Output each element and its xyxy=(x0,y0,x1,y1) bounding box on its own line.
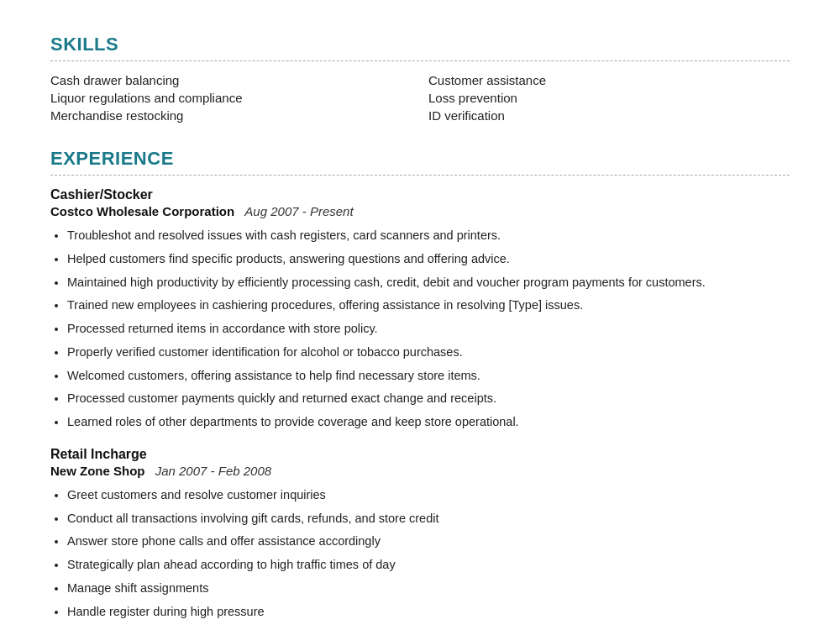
bullet-list-retail: Greet customers and resolve customer inq… xyxy=(67,486,790,622)
list-item: Strategically plan ahead according to hi… xyxy=(67,556,790,575)
skills-grid: Cash drawer balancing Customer assistanc… xyxy=(50,73,790,123)
skills-divider xyxy=(50,60,790,61)
job-title-cashier: Cashier/Stocker xyxy=(50,187,790,202)
job-cashier-stocker: Cashier/Stocker Costco Wholesale Corpora… xyxy=(50,187,790,432)
list-item: Troubleshot and resolved issues with cas… xyxy=(67,227,790,245)
list-item: Processed customer payments quickly and … xyxy=(67,390,790,408)
bullet-list-cashier: Troubleshot and resolved issues with cas… xyxy=(67,227,790,432)
list-item: Conduct all transactions involving gift … xyxy=(67,510,790,528)
list-item: Maintained high productivity by efficien… xyxy=(67,274,790,292)
skill-id-verification: ID verification xyxy=(428,107,505,124)
list-item: Helped customers find specific products,… xyxy=(67,250,790,269)
list-item: Handle register during high pressure xyxy=(67,603,790,622)
experience-section-header: EXPERIENCE xyxy=(50,148,790,176)
list-item: Properly verified customer identificatio… xyxy=(67,344,790,362)
skills-section-header: SKILLS xyxy=(50,34,790,61)
skill-item: Customer assistance xyxy=(428,73,790,87)
skill-customer-assistance: Customer assistance xyxy=(428,71,546,89)
list-item: Greet customers and resolve customer inq… xyxy=(67,486,790,505)
job-retail-incharge: Retail Incharge New Zone Shop Jan 2007 -… xyxy=(50,447,790,622)
job-title-retail: Retail Incharge xyxy=(50,447,790,462)
skill-item: Cash drawer balancing xyxy=(50,73,412,87)
list-item: Manage shift assignments xyxy=(67,580,790,598)
company-name-new-zone: New Zone Shop xyxy=(50,464,145,478)
skill-item: ID verification xyxy=(428,108,790,123)
experience-section: EXPERIENCE Cashier/Stocker Costco Wholes… xyxy=(50,148,790,621)
list-item: Answer store phone calls and offer assis… xyxy=(67,533,790,551)
resume-page: SKILLS Cash drawer balancing Customer as… xyxy=(0,0,840,630)
experience-title: EXPERIENCE xyxy=(50,148,790,170)
skill-item: Loss prevention xyxy=(428,91,790,105)
skill-item: Liquor regulations and compliance xyxy=(50,91,412,105)
skill-item: Merchandise restocking xyxy=(50,108,412,123)
experience-divider xyxy=(50,175,790,176)
list-item: Welcomed customers, offering assistance … xyxy=(67,367,790,386)
company-date-new-zone: Jan 2007 - Feb 2008 xyxy=(155,464,271,478)
company-name-costco: Costco Wholesale Corporation xyxy=(50,204,234,218)
skill-merchandise: Merchandise restocking xyxy=(50,107,183,124)
skill-cash-drawer: Cash drawer balancing xyxy=(50,71,179,89)
list-item: Trained new employees in cashiering proc… xyxy=(67,297,790,315)
company-line-costco: Costco Wholesale Corporation Aug 2007 - … xyxy=(50,204,790,218)
list-item: Learned roles of other departments to pr… xyxy=(67,413,790,432)
company-date-costco: Aug 2007 - Present xyxy=(244,204,353,218)
list-item: Processed returned items in accordance w… xyxy=(67,320,790,339)
skill-loss-prevention: Loss prevention xyxy=(428,89,517,107)
company-line-new-zone: New Zone Shop Jan 2007 - Feb 2008 xyxy=(50,464,790,478)
skill-liquor: Liquor regulations and compliance xyxy=(50,89,242,107)
skills-title: SKILLS xyxy=(50,34,790,55)
